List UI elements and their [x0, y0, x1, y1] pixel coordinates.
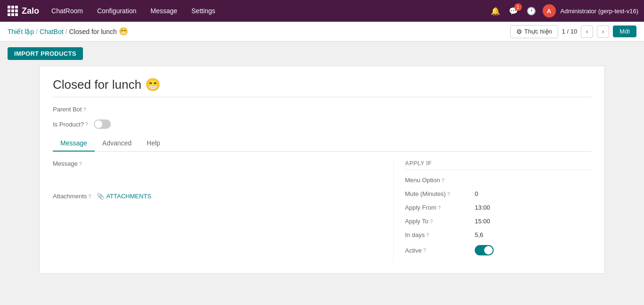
apply-to-value: 15:00 — [475, 218, 490, 225]
main-menu: ChatRoom Configuration Message Settings — [45, 4, 487, 17]
import-products-button[interactable]: IMPORT PRODUCTS — [8, 47, 83, 60]
breadcrumb-chatbot[interactable]: ChatBot — [40, 28, 64, 35]
user-avatar[interactable]: A — [543, 4, 556, 17]
attachments-link-text: ATTACHMENTS — [106, 193, 151, 200]
pagination-text: 1 / 10 — [562, 28, 578, 35]
mute-minutes-row: Mute (Minutes) ? 0 — [405, 190, 591, 197]
tab-message[interactable]: Message — [53, 136, 95, 152]
breadcrumb-thiet-lap[interactable]: Thiết lập — [8, 28, 34, 35]
chat-icon[interactable]: 💬 1 — [507, 4, 520, 17]
mute-minutes-label: Mute (Minutes) ? — [405, 190, 471, 197]
tab-help[interactable]: Help — [139, 136, 168, 152]
bell-icon[interactable]: 🔔 — [489, 4, 502, 17]
menu-option-help-icon[interactable]: ? — [441, 178, 444, 183]
menu-item-configuration[interactable]: Configuration — [91, 4, 143, 17]
action-button-label: Thực hiện — [524, 28, 552, 35]
next-page-button[interactable]: › — [597, 25, 609, 38]
top-nav-right: 🔔 💬 1 🕐 A Administrator (gerp-test-v16) — [489, 4, 638, 17]
apply-from-row: Apply From ? 13:00 — [405, 204, 591, 211]
mute-minutes-help-icon[interactable]: ? — [447, 191, 450, 197]
breadcrumb-bar: Thiết lập / ChatBot / Closed for lunch 😁… — [0, 22, 644, 42]
record-title-emoji: 😁 — [145, 77, 160, 92]
is-product-label: Is Product? ? — [53, 121, 88, 128]
attachments-link[interactable]: 📎 ATTACHMENTS — [97, 193, 151, 200]
active-toggle[interactable] — [475, 245, 494, 255]
menu-option-row: Menu Option ? — [405, 177, 591, 184]
parent-bot-label: Parent Bot ? — [53, 106, 86, 113]
menu-item-chatroom[interactable]: ChatRoom — [45, 4, 90, 17]
menu-item-settings[interactable]: Settings — [185, 4, 222, 17]
top-navigation: Zalo ChatRoom Configuration Message Sett… — [0, 0, 644, 22]
tab-advanced[interactable]: Advanced — [95, 136, 139, 152]
breadcrumb-emoji: 😁 — [119, 27, 128, 36]
record-title-text: Closed for lunch — [53, 77, 141, 92]
menu-option-label: Menu Option ? — [405, 177, 471, 184]
parent-bot-help-icon[interactable]: ? — [83, 107, 86, 112]
attachments-field: Attachments ? 📎 ATTACHMENTS — [53, 193, 382, 200]
active-label: Active ? — [405, 247, 471, 254]
in-days-help-icon[interactable]: ? — [426, 232, 429, 238]
message-label: Message ? — [53, 160, 82, 167]
prev-page-button[interactable]: ‹ — [581, 25, 593, 38]
tab-bar: Message Advanced Help — [53, 136, 591, 152]
record-card: Closed for lunch 😁 Parent Bot ? Is Produ… — [39, 66, 605, 274]
pagination: 1 / 10 — [562, 28, 578, 35]
breadcrumb-actions: ⚙ Thực hiện 1 / 10 ‹ › Mới — [510, 25, 636, 38]
message-field: Message ? — [53, 160, 382, 167]
left-panel: Message ? Attachments ? 📎 ATTACHMENTS — [53, 160, 393, 262]
is-product-toggle[interactable] — [94, 119, 111, 129]
attachments-label: Attachments ? — [53, 193, 91, 200]
in-days-value: 5,6 — [475, 231, 483, 238]
menu-item-message[interactable]: Message — [144, 4, 184, 17]
active-toggle-knob — [484, 246, 493, 254]
attachments-help-icon[interactable]: ? — [88, 194, 91, 199]
tab-content: Message ? Attachments ? 📎 ATTACHMENTS — [53, 160, 591, 262]
mute-minutes-value: 0 — [475, 190, 478, 197]
chat-badge: 1 — [514, 3, 522, 11]
message-help-icon[interactable]: ? — [79, 161, 82, 167]
apps-icon[interactable] — [6, 4, 20, 18]
apply-to-label: Apply To ? — [405, 218, 471, 225]
is-product-field: Is Product? ? — [53, 119, 591, 129]
in-days-label: In days ? — [405, 231, 471, 238]
main-area: IMPORT PRODUCTS Closed for lunch 😁 Paren… — [0, 42, 644, 280]
parent-bot-field: Parent Bot ? — [53, 106, 591, 113]
breadcrumb: Thiết lập / ChatBot / Closed for lunch 😁 — [8, 27, 128, 36]
username-display: Administrator (gerp-test-v16) — [561, 8, 638, 15]
apply-from-label: Apply From ? — [405, 204, 471, 211]
right-panel: APPLY IF Menu Option ? Mute (Minutes) ? — [393, 160, 591, 262]
breadcrumb-current: Closed for lunch — [69, 28, 117, 35]
apply-from-help-icon[interactable]: ? — [438, 205, 440, 211]
is-product-help-icon[interactable]: ? — [85, 121, 88, 127]
in-days-row: In days ? 5,6 — [405, 231, 591, 238]
app-logo: Zalo — [22, 6, 39, 16]
action-button[interactable]: ⚙ Thực hiện — [510, 25, 558, 38]
new-button[interactable]: Mới — [613, 25, 636, 37]
toggle-knob — [95, 120, 102, 128]
record-title-row: Closed for lunch 😁 — [53, 77, 591, 97]
apply-if-title: APPLY IF — [405, 160, 591, 170]
active-help-icon[interactable]: ? — [423, 247, 426, 253]
apply-from-value: 13:00 — [475, 204, 490, 211]
paperclip-icon: 📎 — [97, 193, 104, 200]
clock-icon[interactable]: 🕐 — [525, 4, 538, 17]
active-row: Active ? — [405, 245, 591, 255]
apply-to-row: Apply To ? 15:00 — [405, 218, 591, 225]
apply-to-help-icon[interactable]: ? — [430, 219, 433, 224]
gear-icon: ⚙ — [516, 28, 522, 35]
